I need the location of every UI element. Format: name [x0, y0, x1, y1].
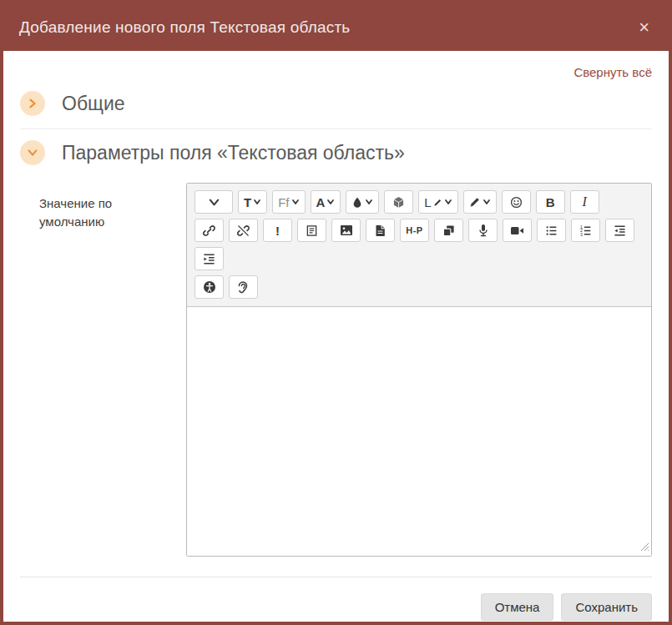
pen-icon	[469, 196, 481, 208]
modal-header: Добавление нового поля Текстовая область…	[3, 3, 669, 51]
font-size-button[interactable]: A	[311, 190, 341, 214]
modal-footer: Отмена Сохранить	[20, 577, 652, 621]
font-family-button[interactable]: Ff	[272, 190, 305, 214]
droplet-icon	[351, 196, 363, 209]
font-size-label: A	[316, 195, 326, 209]
screenreader-helper-button[interactable]	[229, 275, 258, 299]
link-icon	[203, 224, 215, 237]
font-color-button[interactable]	[346, 190, 379, 214]
chevron-down-icon	[27, 147, 38, 159]
close-button[interactable]: ×	[635, 17, 653, 38]
chevron-right-icon	[27, 98, 38, 109]
section-title-field-params: Параметры поля «Текстовая область»	[62, 142, 405, 164]
widget-cube-button[interactable]	[384, 190, 413, 214]
italic-button[interactable]: I	[570, 190, 599, 214]
chevron-down-icon	[253, 198, 261, 206]
section-header-general[interactable]: Общие	[20, 80, 652, 129]
modal-dialog: Добавление нового поля Текстовая область…	[0, 0, 672, 625]
prevent-autolink-label: !	[275, 224, 280, 238]
toolbar-row: TFfALBI	[192, 188, 646, 216]
rich-text-editor: TFfALBI!H-P123	[186, 183, 652, 557]
chevron-down-icon	[291, 198, 300, 206]
record-video-button[interactable]	[503, 219, 532, 242]
file-icon	[375, 224, 386, 237]
image-icon	[340, 224, 353, 236]
chevron-down-icon	[326, 198, 335, 206]
list-ol-icon: 123	[579, 224, 592, 237]
pencil-icon	[433, 198, 442, 207]
text-highlight-label: L	[424, 195, 431, 209]
svg-text:3: 3	[580, 231, 583, 236]
section-title-general: Общие	[62, 93, 125, 115]
toolbar-row: !H-P123	[192, 216, 646, 273]
h5p-button[interactable]: H-P	[400, 219, 429, 242]
save-button[interactable]: Сохранить	[561, 593, 652, 621]
editor-content-area[interactable]	[187, 307, 651, 556]
indent-icon	[203, 253, 215, 265]
h5p-label: H-P	[406, 225, 422, 235]
accessibility-icon	[203, 280, 216, 294]
outdent-icon	[614, 224, 626, 237]
manage-files-button[interactable]	[434, 219, 463, 242]
collapse-toolbar-button[interactable]	[195, 190, 233, 214]
cube-icon	[392, 196, 405, 209]
microphone-icon	[478, 224, 488, 237]
cancel-button[interactable]: Отмена	[481, 593, 554, 621]
editor-toolbar: TFfALBI!H-P123	[187, 184, 651, 307]
clipboard-button[interactable]	[297, 219, 326, 242]
chevron-down-icon	[208, 196, 220, 209]
list-ul-icon	[545, 224, 558, 237]
chevron-down-icon	[365, 198, 373, 206]
paragraph-styles-button[interactable]: T	[238, 190, 267, 214]
modal-body: Свернуть всё Общие Параметры поля «Текст…	[3, 51, 669, 622]
collapse-all-row: Свернуть всё	[20, 51, 652, 80]
section-toggle-general[interactable]	[20, 91, 45, 116]
toolbar-row	[192, 273, 646, 301]
video-icon	[510, 225, 524, 236]
outdent-button[interactable]	[605, 219, 634, 242]
ordered-list-button[interactable]: 123	[571, 219, 600, 242]
link-button[interactable]	[195, 219, 224, 242]
frame-text-icon	[306, 224, 318, 237]
unordered-list-button[interactable]	[537, 219, 566, 242]
font-family-label: Ff	[278, 195, 289, 209]
prevent-autolink-button[interactable]: !	[263, 219, 292, 242]
unlink-button[interactable]	[229, 219, 258, 242]
emoticon-button[interactable]	[502, 190, 531, 214]
chevron-down-icon	[444, 198, 452, 206]
paragraph-styles-label: T	[244, 195, 251, 209]
modal-title: Добавление нового поля Текстовая область	[19, 18, 350, 37]
accessibility-checker-button[interactable]	[195, 275, 224, 299]
bold-button[interactable]: B	[536, 190, 565, 214]
marker-pen-button[interactable]	[463, 190, 497, 214]
indent-button[interactable]	[195, 247, 224, 270]
default-value-row: Значение по умолчанию TFfALBI!H-P123	[20, 183, 652, 557]
section-header-field-params[interactable]: Параметры поля «Текстовая область»	[20, 129, 652, 178]
default-value-label: Значение по умолчанию	[20, 183, 186, 557]
copy-icon	[442, 224, 455, 237]
chevron-down-icon	[483, 198, 491, 206]
collapse-all-link[interactable]: Свернуть всё	[573, 65, 652, 79]
ear-icon	[238, 280, 249, 294]
unlink-icon	[237, 224, 250, 237]
record-audio-button[interactable]	[468, 219, 498, 242]
italic-label: I	[583, 194, 587, 209]
smile-icon	[510, 196, 523, 209]
image-button[interactable]	[331, 219, 361, 242]
resize-handle-icon[interactable]	[640, 541, 649, 554]
section-toggle-field-params[interactable]	[20, 140, 45, 165]
media-file-button[interactable]	[366, 219, 395, 242]
text-highlight-button[interactable]: L	[418, 190, 457, 214]
bold-label: B	[546, 195, 555, 209]
